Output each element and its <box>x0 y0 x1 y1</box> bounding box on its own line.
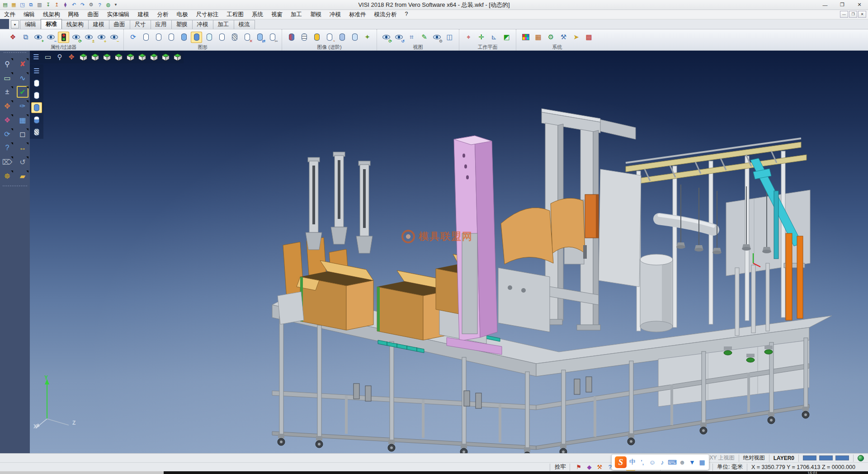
spline-edit-icon[interactable]: ✑ <box>17 100 28 112</box>
tab-surface[interactable]: 曲面 <box>109 20 130 29</box>
copy-icon[interactable]: ⧫ <box>61 1 69 9</box>
workplane-align-icon[interactable]: ⊾ <box>488 32 500 43</box>
view-cube-back-icon[interactable] <box>101 52 112 62</box>
toolbar-drag-handle[interactable] <box>4 52 26 55</box>
menu-item[interactable]: 电极 <box>173 10 192 19</box>
erase-icon[interactable]: ✘ <box>17 58 28 70</box>
ime-keyboard-icon[interactable]: ⌨ <box>669 459 676 466</box>
workplane-origin-icon[interactable]: ✛ <box>476 32 487 43</box>
previous-view-icon[interactable]: ↺ <box>393 32 405 43</box>
view-menu-icon[interactable]: ☰ <box>31 52 42 62</box>
open-project-icon[interactable]: ▰ <box>17 170 28 182</box>
sketch-icon[interactable]: ∿ <box>17 72 28 84</box>
globe-icon[interactable] <box>858 455 864 461</box>
3d-viewport[interactable]: ☰▭⚲✥ ☰ 模具联盟网 Y X Z <box>30 51 868 453</box>
view-cube-front-icon[interactable] <box>90 52 100 62</box>
layout-colors-icon[interactable]: ▦ <box>533 32 544 43</box>
menu-item[interactable]: 建模 <box>134 10 153 19</box>
ime-skin-icon[interactable]: ▼ <box>689 459 696 466</box>
translucent-cylinder-icon[interactable] <box>336 32 348 43</box>
select-filter-icon[interactable]: ➤ <box>571 32 582 43</box>
viewports-icon[interactable]: ▦ <box>17 114 28 126</box>
maximize-button[interactable]: ❐ <box>834 0 851 9</box>
view-cube-left-icon[interactable] <box>113 52 124 62</box>
menu-item[interactable]: 加工 <box>287 10 306 19</box>
filter-minus-icon[interactable]: － <box>108 32 120 43</box>
flat-cylinder-icon[interactable] <box>216 32 227 43</box>
undo-sidebar-icon[interactable]: ↺ <box>17 156 28 168</box>
workplane-edit-icon[interactable]: ⌖ <box>463 32 474 43</box>
redo-icon[interactable]: ↷ <box>79 1 86 9</box>
menu-item[interactable]: 实体编辑 <box>103 10 134 19</box>
ime-emoji-icon[interactable]: ☺ <box>649 459 656 466</box>
view-camera-icon[interactable]: ⚙ <box>431 32 443 43</box>
workplane-view-icon[interactable]: ◩ <box>501 32 512 43</box>
profile-settings-icon[interactable]: ⚒ <box>558 32 569 43</box>
shaded-mode-icon[interactable] <box>31 102 42 113</box>
thin-cylinder-icon[interactable] <box>165 32 177 43</box>
view-cube-right-icon[interactable] <box>125 52 136 62</box>
menu-item[interactable]: 工程图 <box>223 10 248 19</box>
import-icon[interactable]: ↧ <box>44 1 52 9</box>
refresh-view-icon[interactable]: ⟳ <box>381 32 392 43</box>
menu-item[interactable]: 视窗 <box>267 10 287 19</box>
magnet-icon[interactable]: ◆ <box>585 463 594 471</box>
confirm-icon[interactable]: ✔ <box>17 86 28 98</box>
shaded-cylinder-icon[interactable] <box>178 32 189 43</box>
view-ucs-icon[interactable]: ✥ <box>66 52 77 62</box>
tab-edit[interactable]: 编辑 <box>20 20 41 29</box>
export-icon[interactable]: ↥ <box>53 1 61 9</box>
graphics-tools-icon[interactable]: ✂ <box>267 32 278 43</box>
reflection-cylinder-icon[interactable] <box>349 32 360 43</box>
multi-view-icon[interactable]: ◫ <box>444 32 455 43</box>
mdi-close-button[interactable]: ✕ <box>858 11 866 18</box>
sogou-logo-icon[interactable]: S <box>615 456 627 468</box>
dynamic-view-icon[interactable]: ✎ <box>419 32 430 43</box>
shaded-edges-cylinder-icon[interactable] <box>191 32 202 43</box>
tab-application[interactable]: 应用 <box>151 20 172 29</box>
units-field[interactable]: 单位: 毫米 <box>712 464 747 471</box>
help-icon[interactable]: ? <box>96 1 104 9</box>
color-palette-icon[interactable] <box>520 32 531 43</box>
zoom-filter-icon[interactable]: ⚲ <box>1 58 13 70</box>
save-all-icon[interactable]: ⧉ <box>27 1 35 9</box>
render-settings-icon[interactable]: ✦ <box>362 32 373 43</box>
measure-icon[interactable]: ↔ <box>17 142 28 154</box>
view-xy-icon[interactable]: ⌗ <box>406 32 417 43</box>
menu-item[interactable]: 冲模 <box>326 10 345 19</box>
ime-toolbox-icon[interactable]: ▦ <box>698 459 706 466</box>
solid-view-icon[interactable]: ◻ <box>17 128 28 140</box>
redraw-icon[interactable]: ⟳ <box>127 32 139 43</box>
wireframe-mode-icon[interactable] <box>31 78 42 89</box>
hidden-line-mode-icon[interactable] <box>31 90 42 101</box>
tab-dimension[interactable]: 尺寸 <box>130 20 151 29</box>
help-sidebar-icon[interactable]: ? <box>1 142 13 154</box>
view-cube-top-icon[interactable] <box>137 52 147 62</box>
menu-item[interactable]: ? <box>401 10 412 19</box>
shaded-edge-mode-icon[interactable] <box>31 114 42 125</box>
move-ucs-icon[interactable]: ✥ <box>1 100 13 112</box>
tab-mould[interactable]: 塑膜 <box>171 20 193 29</box>
taskbar-sliver[interactable]: 16:01 <box>0 471 868 474</box>
view-zoom-icon[interactable]: ⚲ <box>54 52 65 62</box>
filter-show-remove-icon[interactable]: − <box>45 32 57 43</box>
filter-plus-icon[interactable]: ＋ <box>96 32 107 43</box>
open-file-icon[interactable]: ▦ <box>10 1 18 9</box>
ime-account-icon[interactable]: ☻ <box>679 459 686 466</box>
filter-plus-minus-icon[interactable]: ± <box>83 32 94 43</box>
settings-icon[interactable]: ⚙ <box>87 1 95 9</box>
tools-status-icon[interactable]: ⚒ <box>595 463 604 471</box>
taskbar-app-segment[interactable] <box>0 471 164 474</box>
menu-item[interactable]: 尺寸标注 <box>192 10 223 19</box>
menu-item[interactable]: 编辑 <box>19 10 39 19</box>
copy-graphics-icon[interactable]: ⇄ <box>254 32 265 43</box>
tab-flow[interactable]: 模流 <box>234 20 255 29</box>
minimize-button[interactable]: — <box>816 0 834 9</box>
color-swatch[interactable] <box>835 455 849 460</box>
strip-menu-icon[interactable]: ☰ <box>31 66 42 76</box>
menu-item[interactable]: 模流分析 <box>370 10 401 19</box>
lock-field[interactable]: 拴牢 <box>550 464 570 471</box>
view-cube-iso-back-icon[interactable] <box>160 52 171 62</box>
tab-progress[interactable]: 冲模 <box>192 20 213 29</box>
wireframe-cylinder-icon[interactable] <box>140 32 151 43</box>
